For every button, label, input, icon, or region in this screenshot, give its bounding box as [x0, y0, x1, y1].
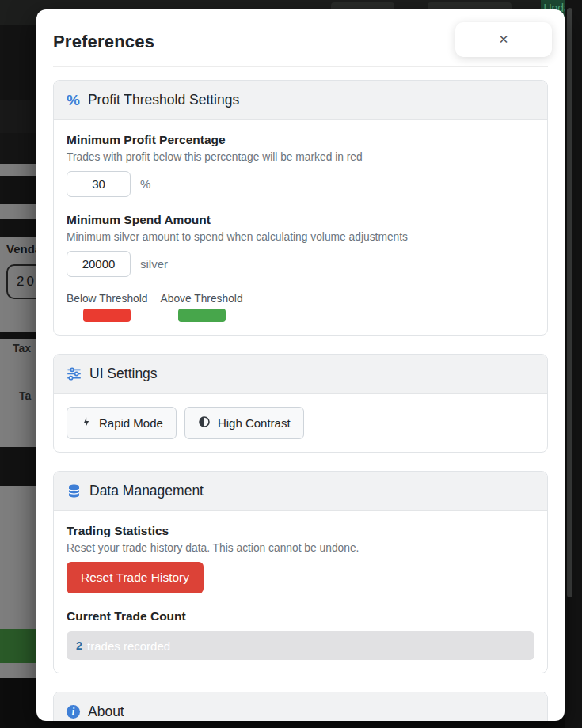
- background-divider: [0, 559, 36, 559]
- modal-body: % Profit Threshold Settings Minimum Prof…: [36, 67, 565, 721]
- data-management-body: Trading Statistics Reset your trade hist…: [54, 511, 547, 673]
- section-title: UI Settings: [89, 366, 158, 382]
- min-spend-input-row: silver: [67, 251, 534, 277]
- background-strip: [0, 447, 36, 486]
- above-threshold-label: Above Threshold: [161, 293, 243, 305]
- reset-trade-history-button[interactable]: Reset Trade History: [67, 562, 204, 593]
- ui-settings-body: Rapid Mode High Contrast: [54, 394, 547, 452]
- database-icon: [67, 483, 82, 499]
- background-strip: [0, 204, 36, 219]
- profit-threshold-header: % Profit Threshold Settings: [54, 81, 547, 120]
- min-spend-description: Minimum silver amount to spend when calc…: [67, 231, 534, 243]
- info-icon: i: [67, 705, 80, 719]
- ui-settings-section: UI Settings Rapid Mode High Contrast: [53, 354, 548, 453]
- data-management-header: Data Management: [54, 472, 547, 511]
- trading-statistics-label: Trading Statistics: [67, 524, 534, 538]
- data-management-section: Data Management Trading Statistics Reset…: [53, 471, 548, 673]
- background-tax-label-2: Ta: [19, 389, 31, 402]
- modal-header: Preferences ✕: [36, 9, 565, 66]
- background-green-bar: [0, 629, 36, 663]
- above-threshold-item: Above Threshold: [161, 293, 243, 322]
- sliders-icon: [67, 366, 82, 381]
- current-trade-count-label: Current Trade Count: [67, 609, 534, 624]
- preferences-modal: Preferences ✕ % Profit Threshold Setting…: [36, 9, 565, 721]
- lightning-icon: [80, 416, 92, 430]
- background-strip: [0, 133, 36, 164]
- below-threshold-swatch: [83, 309, 131, 322]
- min-spend-suffix: silver: [140, 257, 168, 271]
- min-spend-input[interactable]: [67, 251, 131, 277]
- rapid-mode-label: Rapid Mode: [99, 416, 163, 430]
- threshold-legend: Below Threshold Above Threshold: [67, 293, 534, 322]
- section-title: About: [88, 703, 124, 720]
- profit-threshold-body: Minimum Profit Percentage Trades with pr…: [54, 120, 547, 335]
- close-icon: ✕: [499, 32, 509, 47]
- trade-count-bar: 2 trades recorded: [67, 631, 534, 660]
- background-strip: [0, 219, 36, 237]
- trade-count-value: 2: [76, 639, 82, 652]
- background-panel: [0, 486, 36, 629]
- background-strip: [0, 663, 36, 678]
- min-profit-input[interactable]: [67, 171, 131, 197]
- trading-statistics-description: Reset your trade history data. This acti…: [67, 542, 534, 554]
- min-profit-input-row: %: [67, 171, 534, 197]
- section-title: Data Management: [89, 483, 204, 499]
- background-strip: [0, 332, 36, 339]
- ui-settings-header: UI Settings: [54, 355, 547, 394]
- about-header: i About: [54, 692, 547, 721]
- percent-icon: %: [67, 93, 80, 108]
- section-title: Profit Threshold Settings: [88, 92, 239, 108]
- background-strip: [0, 100, 36, 133]
- ui-toggle-row: Rapid Mode High Contrast: [67, 407, 534, 439]
- min-profit-description: Trades with profit below this percentage…: [67, 151, 534, 163]
- min-profit-suffix: %: [140, 177, 150, 191]
- page-scrollbar-thumb[interactable]: [567, 8, 572, 597]
- background-strip: [0, 176, 36, 204]
- background-tax-label-1: Tax: [13, 342, 31, 355]
- high-contrast-button[interactable]: High Contrast: [184, 407, 304, 439]
- below-threshold-item: Below Threshold: [67, 293, 148, 322]
- contrast-icon: [198, 415, 211, 430]
- profit-threshold-section: % Profit Threshold Settings Minimum Prof…: [53, 80, 548, 336]
- high-contrast-label: High Contrast: [218, 416, 291, 430]
- min-profit-label: Minimum Profit Percentage: [67, 133, 534, 147]
- background-strip: [0, 164, 36, 176]
- trade-count-text: trades recorded: [87, 639, 170, 653]
- above-threshold-swatch: [178, 309, 226, 322]
- min-spend-label: Minimum Spend Amount: [67, 213, 534, 227]
- close-button[interactable]: ✕: [455, 22, 552, 57]
- about-section: i About: [53, 692, 548, 721]
- below-threshold-label: Below Threshold: [67, 293, 148, 305]
- background-strip: [0, 25, 36, 100]
- rapid-mode-button[interactable]: Rapid Mode: [67, 407, 177, 439]
